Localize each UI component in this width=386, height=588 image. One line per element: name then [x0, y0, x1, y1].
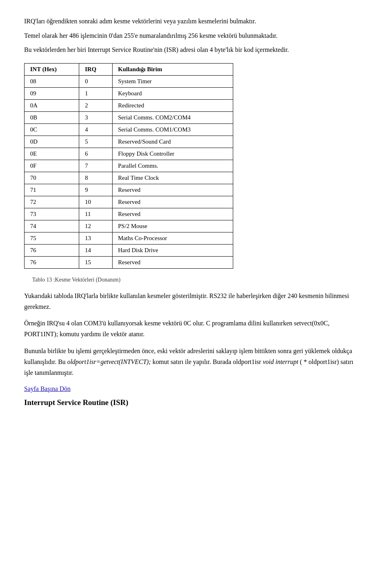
table-cell: 7 [79, 160, 112, 172]
table-row: 080System Timer [25, 75, 233, 87]
body-p1: Yukarıdaki tabloda IRQ'larla birlikte ku… [24, 290, 362, 312]
table-cell: 0A [25, 99, 79, 111]
table-cell: 4 [79, 123, 112, 136]
table-row: 7311Reserved [25, 208, 233, 220]
table-cell: Maths Co-Processor [112, 232, 233, 244]
section-heading: Interrupt Service Routine (ISR) [24, 398, 362, 407]
table-cell: 76 [25, 244, 79, 256]
body-p3: Bununla birlikte bu işlemi gerçekleştirm… [24, 345, 362, 378]
intro-p3: Bu vektörlerden her biri Interrupt Servi… [24, 45, 362, 55]
table-row: 0D5Reserved/Sound Card [25, 136, 233, 148]
table-row: 0C4Serial Comms. COM1/COM3 [25, 123, 233, 136]
table-cell: 73 [25, 208, 79, 220]
table-cell: Redirected [112, 99, 233, 111]
body-p3-part2: komut satırı ile yapılır. Burada oldport… [151, 358, 263, 365]
table-cell: 08 [25, 75, 79, 87]
table-cell: 9 [79, 184, 112, 196]
table-cell: 5 [79, 136, 112, 148]
table-row: 708Real Time Clock [25, 172, 233, 184]
table-caption: Tablo 13 :Kesme Vektörleri (Donanım) [32, 277, 362, 283]
table-cell: 75 [25, 232, 79, 244]
table-cell: Hard Disk Drive [112, 244, 233, 256]
table-cell: 09 [25, 87, 79, 99]
table-cell: 0B [25, 111, 79, 123]
table-cell: 71 [25, 184, 79, 196]
table-row: 0F7Parallel Comms. [25, 160, 233, 172]
table-cell: 8 [79, 172, 112, 184]
table-row: 0A2Redirected [25, 99, 233, 111]
table-row: 091Keyboard [25, 87, 233, 99]
table-row: 0B3Serial Comms. COM2/COM4 [25, 111, 233, 123]
table-cell: PS/2 Mouse [112, 220, 233, 232]
col-header-birim: Kullandığı Birim [112, 63, 233, 75]
table-cell: Floppy Disk Controller [112, 148, 233, 160]
table-cell: 70 [25, 172, 79, 184]
table-cell: 76 [25, 256, 79, 268]
table-cell: 0D [25, 136, 79, 148]
intro-p1: IRQ'ları öğrendikten sonraki adım kesme … [24, 16, 362, 27]
table-cell: 2 [79, 99, 112, 111]
intro-p2: Temel olarak her 486 işlemcinin 0'dan 25… [24, 31, 362, 41]
table-cell: 0F [25, 160, 79, 172]
table-cell: 1 [79, 87, 112, 99]
table-row: 7412PS/2 Mouse [25, 220, 233, 232]
table-cell: Keyboard [112, 87, 233, 99]
intro-section: IRQ'ları öğrendikten sonraki adım kesme … [24, 16, 362, 55]
table-cell: 0 [79, 75, 112, 87]
irq-table: INT (Hex) IRQ Kullandığı Birim 080System… [24, 63, 233, 269]
table-cell: 3 [79, 111, 112, 123]
table-header-row: INT (Hex) IRQ Kullandığı Birim [25, 63, 233, 75]
table-row: 7513Maths Co-Processor [25, 232, 233, 244]
table-cell: Reserved [112, 256, 233, 268]
table-cell: 14 [79, 244, 112, 256]
body-p3-italic2: void interrupt [263, 358, 298, 365]
table-cell: 12 [79, 220, 112, 232]
table-row: 7210Reserved [25, 196, 233, 208]
body-p3-italic1: oldport1isr=getvect(INTVECT); [67, 358, 151, 365]
table-cell: Serial Comms. COM1/COM3 [112, 123, 233, 136]
top-link[interactable]: Sayfa Başına Dön [24, 385, 71, 392]
table-cell: Reserved/Sound Card [112, 136, 233, 148]
table-cell: 0E [25, 148, 79, 160]
table-row: 719Reserved [25, 184, 233, 196]
table-row: 0E6Floppy Disk Controller [25, 148, 233, 160]
table-row: 7614Hard Disk Drive [25, 244, 233, 256]
table-cell: 72 [25, 196, 79, 208]
col-header-irq: IRQ [79, 63, 112, 75]
table-cell: Serial Comms. COM2/COM4 [112, 111, 233, 123]
table-cell: Real Time Clock [112, 172, 233, 184]
table-cell: 74 [25, 220, 79, 232]
col-header-int: INT (Hex) [25, 63, 79, 75]
body-p2: Örneğin IRQ'su 4 olan COM3'ü kullanıyors… [24, 318, 362, 339]
table-cell: 13 [79, 232, 112, 244]
table-cell: System Timer [112, 75, 233, 87]
table-cell: 0C [25, 123, 79, 136]
table-cell: Reserved [112, 208, 233, 220]
table-cell: 6 [79, 148, 112, 160]
table-cell: Reserved [112, 184, 233, 196]
table-cell: 15 [79, 256, 112, 268]
table-cell: Reserved [112, 196, 233, 208]
table-cell: 11 [79, 208, 112, 220]
table-cell: Parallel Comms. [112, 160, 233, 172]
table-row: 7615Reserved [25, 256, 233, 268]
table-cell: 10 [79, 196, 112, 208]
